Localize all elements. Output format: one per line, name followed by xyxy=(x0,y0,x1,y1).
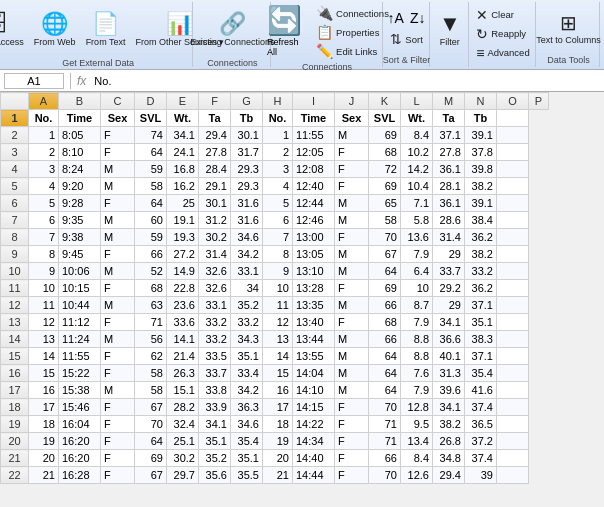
row-number[interactable]: 12 xyxy=(1,297,29,314)
table-cell[interactable]: M xyxy=(101,263,135,280)
header-cell[interactable]: Ta xyxy=(199,110,231,127)
table-cell[interactable]: 67 xyxy=(369,246,401,263)
table-cell[interactable]: 66 xyxy=(135,246,167,263)
table-cell[interactable]: 71 xyxy=(369,416,401,433)
table-cell[interactable]: 16 xyxy=(29,382,59,399)
table-cell[interactable]: 66 xyxy=(369,331,401,348)
table-cell[interactable]: 12.8 xyxy=(401,399,433,416)
table-cell[interactable]: 10.4 xyxy=(401,178,433,195)
table-cell[interactable]: 36.2 xyxy=(465,280,497,297)
table-cell[interactable]: 13:44 xyxy=(293,331,335,348)
table-cell[interactable]: F xyxy=(335,416,369,433)
table-cell[interactable]: 23.6 xyxy=(167,297,199,314)
extra-cell[interactable] xyxy=(497,229,529,246)
table-cell[interactable]: 12:40 xyxy=(293,178,335,195)
extra-cell[interactable] xyxy=(497,314,529,331)
extra-cell[interactable] xyxy=(497,467,529,484)
table-cell[interactable]: 8 xyxy=(29,246,59,263)
table-cell[interactable]: 15.1 xyxy=(167,382,199,399)
table-cell[interactable]: 69 xyxy=(369,127,401,144)
table-cell[interactable]: 2 xyxy=(29,144,59,161)
row-number[interactable]: 6 xyxy=(1,195,29,212)
col-header-F[interactable]: F xyxy=(199,93,231,110)
row-number[interactable]: 8 xyxy=(1,229,29,246)
table-cell[interactable]: 5 xyxy=(263,195,293,212)
table-cell[interactable]: 33.9 xyxy=(199,399,231,416)
table-cell[interactable]: 32.6 xyxy=(199,280,231,297)
table-cell[interactable]: 12 xyxy=(29,314,59,331)
table-cell[interactable]: 7.9 xyxy=(401,314,433,331)
table-cell[interactable]: 12:08 xyxy=(293,161,335,178)
table-cell[interactable]: F xyxy=(101,280,135,297)
table-cell[interactable]: F xyxy=(101,127,135,144)
table-cell[interactable]: 68 xyxy=(135,280,167,297)
table-cell[interactable]: 13.4 xyxy=(401,433,433,450)
table-cell[interactable]: 10 xyxy=(263,280,293,297)
table-cell[interactable]: 12 xyxy=(263,314,293,331)
reapply-button[interactable]: ↻ Reapply xyxy=(472,25,533,43)
table-cell[interactable]: 8.8 xyxy=(401,331,433,348)
table-cell[interactable]: F xyxy=(101,450,135,467)
table-cell[interactable]: 27.8 xyxy=(433,144,465,161)
table-cell[interactable]: F xyxy=(335,314,369,331)
header-cell[interactable]: No. xyxy=(29,110,59,127)
row-number[interactable]: 17 xyxy=(1,382,29,399)
table-cell[interactable]: 27.8 xyxy=(199,144,231,161)
row-number[interactable]: 15 xyxy=(1,348,29,365)
table-cell[interactable]: 58 xyxy=(135,382,167,399)
table-cell[interactable]: M xyxy=(335,263,369,280)
table-cell[interactable]: 11 xyxy=(263,297,293,314)
table-cell[interactable]: 37.1 xyxy=(465,348,497,365)
sort-za-icon[interactable]: Z↓ xyxy=(408,9,428,27)
table-cell[interactable]: 64 xyxy=(135,144,167,161)
table-cell[interactable]: 7.6 xyxy=(401,365,433,382)
table-cell[interactable]: 70 xyxy=(369,467,401,484)
table-cell[interactable]: M xyxy=(101,229,135,246)
table-cell[interactable]: M xyxy=(335,348,369,365)
table-cell[interactable]: 13:05 xyxy=(293,246,335,263)
table-cell[interactable]: 29.1 xyxy=(199,178,231,195)
extra-cell[interactable] xyxy=(497,144,529,161)
table-cell[interactable]: 37.2 xyxy=(465,433,497,450)
table-cell[interactable]: 8.8 xyxy=(401,348,433,365)
table-cell[interactable]: 16:04 xyxy=(59,416,101,433)
table-cell[interactable]: 33.8 xyxy=(199,382,231,399)
table-cell[interactable]: 38.4 xyxy=(465,212,497,229)
table-cell[interactable]: M xyxy=(335,297,369,314)
table-cell[interactable]: F xyxy=(335,161,369,178)
table-cell[interactable]: 15:46 xyxy=(59,399,101,416)
table-cell[interactable]: 36.3 xyxy=(231,399,263,416)
table-cell[interactable]: 14 xyxy=(263,348,293,365)
table-cell[interactable]: 38.2 xyxy=(433,416,465,433)
table-cell[interactable]: 31.3 xyxy=(433,365,465,382)
table-cell[interactable]: 17 xyxy=(263,399,293,416)
table-cell[interactable]: 10:44 xyxy=(59,297,101,314)
table-cell[interactable]: 39 xyxy=(465,467,497,484)
table-cell[interactable]: 29.4 xyxy=(433,467,465,484)
table-cell[interactable]: 14:34 xyxy=(293,433,335,450)
header-cell[interactable]: SVL xyxy=(135,110,167,127)
table-cell[interactable]: F xyxy=(101,399,135,416)
from-text-button[interactable]: 📄 From Text xyxy=(82,4,130,56)
table-cell[interactable]: 59 xyxy=(135,161,167,178)
table-cell[interactable]: 8.4 xyxy=(401,127,433,144)
table-cell[interactable]: 5.8 xyxy=(401,212,433,229)
table-cell[interactable]: 16 xyxy=(263,382,293,399)
table-cell[interactable]: F xyxy=(101,246,135,263)
table-cell[interactable]: 58 xyxy=(135,365,167,382)
table-cell[interactable]: 22.8 xyxy=(167,280,199,297)
table-cell[interactable]: 19.1 xyxy=(167,212,199,229)
clear-button[interactable]: ✕ Clear xyxy=(472,6,533,24)
col-header-P[interactable]: P xyxy=(529,93,549,110)
table-cell[interactable]: 37.1 xyxy=(465,297,497,314)
table-cell[interactable]: 25 xyxy=(167,195,199,212)
table-cell[interactable]: 26.8 xyxy=(433,433,465,450)
col-header-J[interactable]: J xyxy=(335,93,369,110)
extra-cell[interactable] xyxy=(497,263,529,280)
header-cell[interactable]: Wt. xyxy=(167,110,199,127)
table-cell[interactable]: 33.6 xyxy=(167,314,199,331)
table-cell[interactable]: 26.3 xyxy=(167,365,199,382)
table-cell[interactable]: 9:28 xyxy=(59,195,101,212)
row-number[interactable]: 5 xyxy=(1,178,29,195)
extra-cell[interactable] xyxy=(497,297,529,314)
